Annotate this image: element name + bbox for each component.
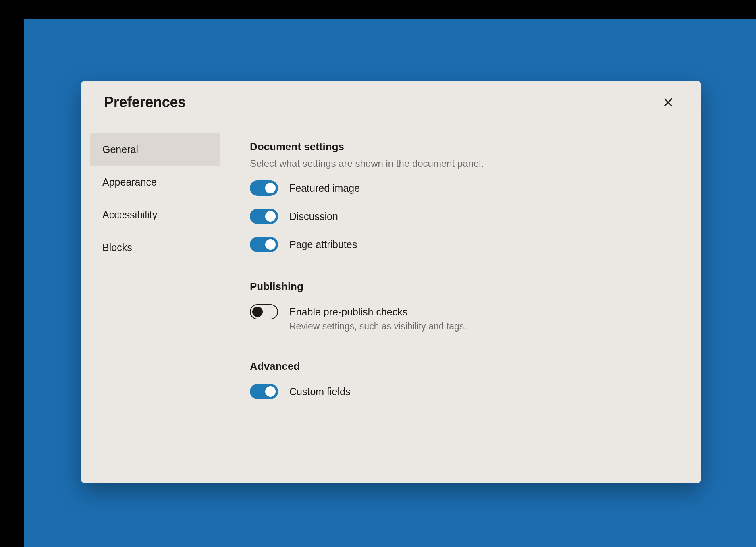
section-publishing: Publishing Enable pre-publish checks Rev… — [250, 280, 681, 332]
toggle-row-discussion: Discussion — [250, 209, 681, 224]
toggle-knob — [265, 239, 276, 250]
toggle-knob — [265, 183, 276, 193]
tab-label: General — [102, 144, 138, 155]
modal-title: Preferences — [104, 94, 186, 111]
toggle-label: Enable pre-publish checks — [289, 305, 467, 319]
tab-label: Accessibility — [102, 209, 157, 220]
toggle-label-group: Enable pre-publish checks Review setting… — [289, 304, 467, 332]
tab-accessibility[interactable]: Accessibility — [90, 199, 220, 231]
toggle-label-group: Custom fields — [289, 384, 350, 398]
close-icon — [662, 96, 675, 109]
toggle-label-group: Featured image — [289, 180, 360, 195]
tab-appearance[interactable]: Appearance — [90, 166, 220, 199]
toggle-label: Featured image — [289, 182, 360, 195]
toggle-row-page-attributes: Page attributes — [250, 237, 681, 252]
tab-general[interactable]: General — [90, 133, 220, 166]
toggle-label-group: Page attributes — [289, 237, 357, 251]
close-button[interactable] — [658, 93, 678, 112]
tab-label: Appearance — [102, 176, 157, 188]
tab-blocks[interactable]: Blocks — [90, 231, 220, 264]
section-title: Document settings — [250, 141, 681, 153]
toggle-knob — [252, 307, 263, 317]
preferences-content: Document settings Select what settings a… — [230, 124, 701, 483]
toggle-row-custom-fields: Custom fields — [250, 384, 681, 399]
toggle-label: Page attributes — [289, 238, 357, 251]
toggle-knob — [265, 386, 276, 397]
toggle-custom-fields[interactable] — [250, 384, 278, 399]
toggle-sublabel: Review settings, such as visibility and … — [289, 321, 467, 332]
toggle-label-group: Discussion — [289, 209, 338, 223]
toggle-label: Custom fields — [289, 385, 350, 398]
section-title: Publishing — [250, 280, 681, 293]
tab-label: Blocks — [102, 242, 132, 253]
section-title: Advanced — [250, 360, 681, 373]
toggle-row-featured-image: Featured image — [250, 180, 681, 196]
toggle-page-attributes[interactable] — [250, 237, 278, 252]
modal-body: General Appearance Accessibility Blocks … — [81, 124, 701, 483]
preferences-sidebar: General Appearance Accessibility Blocks — [81, 124, 230, 483]
preferences-modal: Preferences General Appearance Accessibi… — [81, 81, 701, 483]
section-advanced: Advanced Custom fields — [250, 360, 681, 399]
section-description: Select what settings are shown in the do… — [250, 158, 681, 169]
toggle-label: Discussion — [289, 210, 338, 223]
toggle-discussion[interactable] — [250, 209, 278, 224]
modal-header: Preferences — [81, 81, 701, 124]
toggle-knob — [265, 211, 276, 222]
toggle-featured-image[interactable] — [250, 180, 278, 196]
toggle-row-pre-publish: Enable pre-publish checks Review setting… — [250, 304, 681, 332]
section-document-settings: Document settings Select what settings a… — [250, 141, 681, 252]
toggle-pre-publish-checks[interactable] — [250, 304, 278, 319]
